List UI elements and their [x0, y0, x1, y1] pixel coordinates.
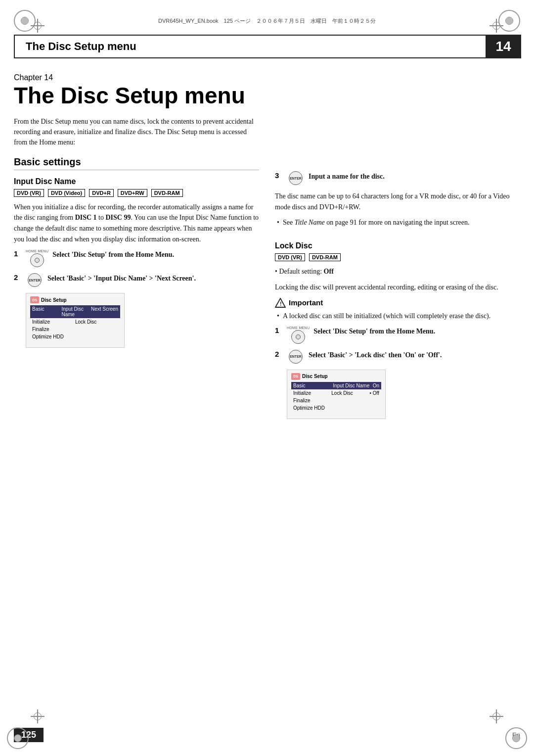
lock-disc-heading: Lock Disc — [275, 241, 520, 250]
screen-thumb-2: DS Disc Setup Basic Input Disc Name On I… — [287, 370, 386, 419]
svg-text:!: ! — [280, 301, 282, 307]
warning-triangle-icon: ! — [275, 298, 286, 308]
step2-number: 2 — [14, 273, 22, 282]
lock-disc-body: Locking the disc will prevent accidental… — [275, 282, 520, 293]
screen-row-1-1: Basic Input Disc Name Next Screen — [30, 305, 120, 318]
crosshair-bottom-left — [31, 709, 44, 723]
crosshair-bottom-right — [490, 709, 503, 723]
screen-row-1-4: Optimize HDD — [30, 333, 120, 340]
badge-dvd-ram: DVD-RAM — [151, 189, 183, 197]
step3-input-disc: 3 ENTER Input a name for the disc. — [275, 171, 520, 185]
screen-row-2-4: Optimize HDD — [291, 404, 381, 412]
input-disc-name-body: When you initialize a disc for recording… — [14, 202, 259, 245]
badge-lock-dvd-vr: DVD (VR) — [275, 253, 305, 261]
file-info: DVR645H_WY_EN.book 125 ページ ２００６年７月５日 水曜日… — [36, 17, 498, 25]
badge-dvd-video: DVD (Video) — [48, 189, 85, 197]
badge-dvd-vr: DVD (VR) — [14, 189, 44, 197]
step2-input-disc: 2 ENTER Select 'Basic' > 'Input Disc Nam… — [14, 273, 259, 287]
lock-step2-number: 2 — [275, 350, 283, 358]
step3-text: Input a name for the disc. — [309, 171, 385, 182]
lock-step1-icon — [291, 330, 305, 344]
step2-icon: ENTER — [28, 273, 42, 287]
crosshair-top-left — [31, 19, 44, 33]
lock-step1-number: 1 — [275, 326, 283, 334]
chapter-label: Chapter 14 — [14, 73, 259, 82]
lock-disc-badges: DVD (VR) DVD-RAM — [275, 253, 520, 261]
step3-area: 3 ENTER Input a name for the disc. The d… — [275, 171, 520, 228]
left-column: Chapter 14 The Disc Setup menu From the … — [14, 58, 259, 426]
step3-bullet: See Title Name on page 91 for more on na… — [275, 217, 520, 228]
lock-disc-section: Lock Disc DVD (VR) DVD-RAM • Default set… — [275, 241, 520, 419]
screen-thumb-logo-1: DS — [30, 296, 39, 303]
important-box: ! Important A locked disc can still be i… — [275, 298, 520, 321]
step1-icon-label: HOME MENU — [26, 249, 48, 253]
screen-row-2-1: Basic Input Disc Name On — [291, 382, 381, 389]
important-bullet: A locked disc can still be initialized (… — [275, 311, 520, 321]
top-right-reg-mark — [498, 10, 520, 32]
screen-row-2-2: Initialize Lock Disc • Off — [291, 389, 381, 397]
page: DVR645H_WY_EN.book 125 ページ ２００６年７月５日 水曜日… — [0, 0, 534, 756]
badge-dvd-r: DVD+R — [89, 189, 114, 197]
main-content: Chapter 14 The Disc Setup menu From the … — [14, 58, 520, 426]
badge-dvd-rw: DVD+RW — [118, 189, 147, 197]
chapter-main-title: The Disc Setup menu — [14, 83, 259, 108]
step2-lock-disc: 2 ENTER Select 'Basic' > 'Lock disc' the… — [275, 350, 520, 364]
badge-lock-dvd-ram: DVD-RAM — [309, 253, 341, 261]
step2-text: Select 'Basic' > 'Input Disc Name' > 'Ne… — [47, 273, 196, 284]
screen-thumb-title-2: Disc Setup — [302, 374, 328, 379]
important-label: Important — [289, 298, 323, 307]
step1-text: Select 'Disc Setup' from the Home Menu. — [52, 249, 174, 260]
screen-thumb-1: DS Disc Setup Basic Input Disc Name Next… — [26, 293, 125, 348]
screen-thumb-title-1: Disc Setup — [41, 297, 67, 303]
chapter-number-box: 14 — [486, 35, 521, 58]
step1-number: 1 — [14, 249, 22, 258]
step1-input-disc: 1 HOME MENU Select 'Disc Setup' from the… — [14, 249, 259, 267]
screen-thumb-logo-2: DS — [291, 373, 300, 380]
input-disc-name-heading: Input Disc Name — [14, 177, 259, 186]
lock-disc-default: • Default setting: Off — [275, 266, 520, 277]
basic-settings-heading: Basic settings — [14, 156, 259, 170]
bottom-right-reg-mark — [505, 727, 527, 749]
important-heading: ! Important — [275, 298, 520, 308]
input-disc-name-badges: DVD (VR) DVD (Video) DVD+R DVD+RW DVD-RA… — [14, 189, 259, 197]
lock-step2-text: Select 'Basic' > 'Lock disc' then 'On' o… — [309, 350, 442, 360]
step3-icon: ENTER — [289, 171, 303, 185]
screen-row-2-3: Finalize — [291, 397, 381, 404]
screen-row-1-3: Finalize — [30, 326, 120, 333]
bottom-left-reg-mark — [7, 727, 29, 749]
page-footer: 125 En — [0, 728, 534, 742]
lock-step1-text: Select 'Disc Setup' from the Home Menu. — [313, 326, 435, 336]
chapter-header-title: The Disc Setup menu — [15, 40, 520, 53]
top-marks-area: DVR645H_WY_EN.book 125 ページ ２００６年７月５日 水曜日… — [0, 0, 534, 35]
right-column: 3 ENTER Input a name for the disc. The d… — [275, 58, 520, 426]
step3-number: 3 — [275, 171, 283, 180]
screen-row-1-2: Initialize Lock Disc — [30, 318, 120, 326]
step1-lock-disc: 1 HOME MENU Select 'Disc Setup' from the… — [275, 326, 520, 344]
step3-body: The disc name can be up to 64 characters… — [275, 191, 520, 212]
lock-step2-icon: ENTER — [289, 350, 303, 364]
chapter-header-bar: The Disc Setup menu 14 — [14, 35, 520, 58]
step1-icon — [30, 253, 44, 267]
screen-row-1-6 — [30, 342, 120, 344]
intro-text: From the Disc Setup menu you can name di… — [14, 116, 259, 147]
lock-step1-icon-label: HOME MENU — [287, 326, 310, 330]
screen-row-2-6 — [291, 414, 381, 416]
